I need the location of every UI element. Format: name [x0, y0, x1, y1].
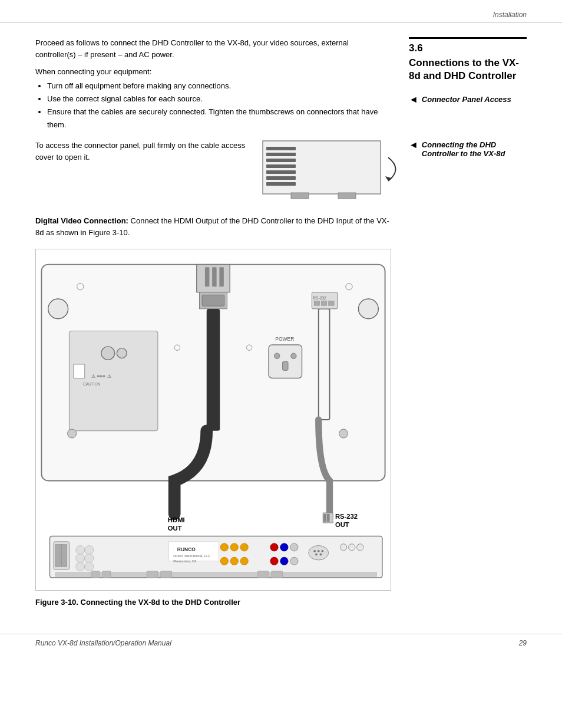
svg-point-57	[76, 554, 85, 563]
footer-right: 29	[519, 639, 527, 647]
svg-rect-90	[161, 571, 172, 578]
svg-rect-92	[272, 571, 283, 578]
svg-rect-48	[327, 514, 330, 522]
svg-marker-10	[385, 176, 391, 181]
svg-point-20	[101, 347, 115, 360]
bullet-item-3: Ensure that the cables are securely conn…	[47, 106, 391, 131]
page-footer: Runco VX-8d Installation/Operation Manua…	[0, 634, 562, 652]
connector-panel-row: To access the connector panel, pull firm…	[35, 140, 391, 203]
connector-panel-note: ◄ Connector Panel Access	[409, 95, 527, 105]
svg-rect-9	[338, 193, 356, 199]
svg-point-78	[313, 550, 316, 552]
svg-text:⚠ ≡≡≡ ⚠: ⚠ ≡≡≡ ⚠	[91, 374, 111, 380]
svg-rect-2	[266, 153, 296, 156]
svg-rect-54	[61, 545, 67, 567]
svg-rect-89	[147, 571, 158, 578]
svg-point-85	[357, 544, 363, 551]
svg-point-73	[290, 543, 298, 551]
connector-text: To access the connector panel, pull firm…	[35, 140, 250, 163]
svg-rect-4	[266, 164, 296, 168]
svg-point-70	[240, 558, 248, 565]
svg-rect-91	[257, 571, 269, 578]
svg-point-32	[291, 354, 296, 359]
svg-point-76	[290, 558, 298, 565]
connector-panel-note-text: Connector Panel Access	[422, 95, 511, 104]
svg-rect-43	[329, 301, 334, 306]
section-number: 3.6	[409, 37, 527, 54]
svg-point-31	[274, 354, 279, 359]
bullet-section: When connecting your equipment: Turn off…	[35, 67, 391, 131]
connector-panel-image	[262, 140, 391, 203]
svg-point-67	[240, 543, 248, 551]
connecting-dhd-arrow: ◄	[409, 140, 418, 150]
svg-text:OUT: OUT	[335, 522, 349, 529]
svg-text:CAUTION: CAUTION	[83, 382, 101, 386]
footer-left: Runco VX-8d Installation/Operation Manua…	[35, 639, 171, 647]
svg-rect-25	[219, 268, 224, 287]
svg-text:POWER: POWER	[275, 337, 294, 342]
svg-rect-19	[74, 364, 85, 378]
svg-point-71	[270, 543, 278, 551]
svg-rect-41	[314, 301, 319, 306]
svg-point-55	[76, 546, 85, 555]
svg-rect-23	[205, 268, 210, 287]
svg-point-58	[85, 554, 94, 563]
svg-point-13	[358, 299, 378, 319]
svg-rect-6	[266, 176, 296, 180]
left-column: Proceed as follows to connect the DHD Co…	[35, 37, 391, 616]
digital-video-para: Digital Video Connection: Connect the HD…	[35, 215, 391, 238]
connector-panel-arrow: ◄	[409, 94, 418, 105]
svg-point-77	[309, 546, 329, 560]
page-header: Installation	[0, 0, 562, 23]
svg-point-79	[318, 550, 320, 552]
svg-rect-37	[207, 309, 220, 431]
svg-text:RS-232: RS-232	[313, 296, 326, 300]
svg-point-36	[68, 429, 77, 438]
svg-point-75	[280, 558, 288, 565]
intro-paragraph1: Proceed as follows to connect the DHD Co…	[35, 37, 391, 60]
svg-rect-5	[266, 170, 296, 174]
svg-text:Runco International, LLC: Runco International, LLC	[173, 555, 210, 558]
bullet-list: Turn off all equipment before making any…	[35, 80, 391, 131]
svg-point-84	[349, 544, 355, 551]
right-column: 3.6 Connections to the VX-8d and DHD Con…	[409, 37, 527, 616]
svg-rect-24	[212, 268, 217, 287]
svg-point-80	[321, 550, 323, 552]
svg-point-74	[270, 558, 278, 565]
svg-point-69	[230, 558, 238, 565]
bullet-item-2: Use the correct signal cables for each s…	[47, 93, 391, 106]
svg-point-68	[220, 558, 228, 565]
panel-illustration-svg	[262, 140, 397, 202]
svg-point-83	[340, 544, 346, 551]
svg-text:Pleasanton, CA: Pleasanton, CA	[173, 559, 196, 563]
svg-rect-87	[91, 571, 100, 578]
content-wrapper: Proceed as follows to connect the DHD Co…	[0, 23, 562, 634]
svg-text:RS-232: RS-232	[335, 513, 358, 521]
connecting-dhd-note: ◄ Connecting the DHD Controller to the V…	[409, 140, 527, 158]
svg-rect-39	[312, 292, 337, 309]
svg-rect-1	[266, 147, 296, 150]
svg-rect-53	[55, 545, 61, 567]
svg-text:HDMI: HDMI	[168, 516, 185, 523]
svg-point-65	[220, 543, 228, 551]
svg-rect-8	[291, 193, 309, 199]
svg-rect-88	[103, 571, 111, 578]
svg-point-21	[117, 348, 127, 358]
svg-point-81	[315, 554, 318, 556]
connecting-dhd-note-text: Connecting the DHD Controller to the VX-…	[422, 140, 527, 158]
svg-point-60	[85, 562, 94, 571]
svg-rect-3	[266, 159, 296, 162]
svg-point-66	[230, 543, 238, 551]
svg-rect-47	[323, 514, 326, 522]
main-diagram: ⚠ ≡≡≡ ⚠ CAUTION	[35, 249, 391, 591]
bullet-intro: When connecting your equipment:	[35, 67, 391, 76]
digital-video-label: Digital Video Connection:	[35, 216, 131, 225]
figure-caption: Figure 3-10. Connecting the VX-8d to the…	[35, 598, 391, 607]
svg-rect-7	[266, 182, 296, 186]
bullet-item-1: Turn off all equipment before making any…	[47, 80, 391, 93]
svg-text:RUNCO: RUNCO	[177, 546, 196, 552]
page: Installation Proceed as follows to conne…	[0, 0, 562, 728]
svg-point-82	[320, 554, 322, 556]
connection-diagram-svg: ⚠ ≡≡≡ ⚠ CAUTION	[35, 249, 391, 591]
svg-point-12	[48, 299, 68, 319]
